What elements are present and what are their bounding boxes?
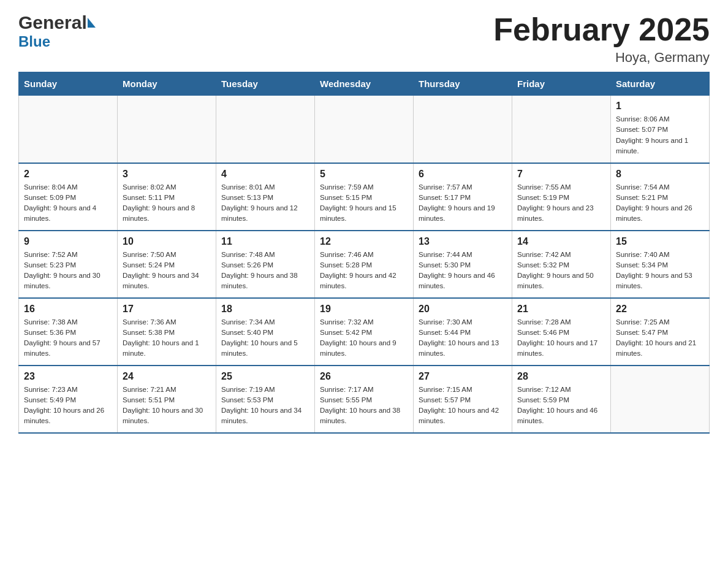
calendar-day-cell: 20Sunrise: 7:30 AMSunset: 5:44 PMDayligh… [414,298,512,366]
day-number: 6 [419,169,507,180]
day-number: 10 [123,236,211,247]
calendar-day-cell: 1Sunrise: 8:06 AMSunset: 5:07 PMDaylight… [611,96,710,163]
day-number: 24 [123,371,211,382]
calendar-day-cell: 15Sunrise: 7:40 AMSunset: 5:34 PMDayligh… [611,231,710,298]
day-info: Sunrise: 7:48 AMSunset: 5:26 PMDaylight:… [221,250,309,292]
calendar-day-cell: 11Sunrise: 7:48 AMSunset: 5:26 PMDayligh… [216,231,315,298]
calendar-week-row: 1Sunrise: 8:06 AMSunset: 5:07 PMDaylight… [19,96,710,163]
day-info: Sunrise: 8:06 AMSunset: 5:07 PMDaylight:… [616,114,704,156]
day-info: Sunrise: 8:01 AMSunset: 5:13 PMDaylight:… [221,182,309,224]
day-of-week-header: Wednesday [315,72,414,96]
calendar-day-cell [512,96,611,163]
calendar-day-cell: 5Sunrise: 7:59 AMSunset: 5:15 PMDaylight… [315,163,414,231]
calendar-day-cell: 9Sunrise: 7:52 AMSunset: 5:23 PMDaylight… [19,231,118,298]
day-number: 27 [419,371,507,382]
day-of-week-header: Thursday [414,72,512,96]
calendar-day-cell: 8Sunrise: 7:54 AMSunset: 5:21 PMDaylight… [611,163,710,231]
calendar-table: SundayMondayTuesdayWednesdayThursdayFrid… [18,72,710,434]
calendar-week-row: 9Sunrise: 7:52 AMSunset: 5:23 PMDaylight… [19,231,710,298]
calendar-week-row: 16Sunrise: 7:38 AMSunset: 5:36 PMDayligh… [19,298,710,366]
calendar-day-cell [19,96,118,163]
calendar-day-cell: 17Sunrise: 7:36 AMSunset: 5:38 PMDayligh… [118,298,216,366]
logo-sub: Blue [18,33,50,50]
day-number: 20 [419,304,507,315]
day-number: 16 [24,304,112,315]
day-info: Sunrise: 7:28 AMSunset: 5:46 PMDaylight:… [517,317,605,359]
day-number: 23 [24,371,112,382]
day-number: 25 [221,371,309,382]
day-info: Sunrise: 7:40 AMSunset: 5:34 PMDaylight:… [616,250,704,292]
day-info: Sunrise: 7:44 AMSunset: 5:30 PMDaylight:… [419,250,507,292]
logo: General Blue [18,12,96,50]
day-info: Sunrise: 8:04 AMSunset: 5:09 PMDaylight:… [24,182,112,224]
day-of-week-header: Sunday [19,72,118,96]
day-info: Sunrise: 7:38 AMSunset: 5:36 PMDaylight:… [24,317,112,359]
day-number: 15 [616,236,704,247]
title-section: February 2025 Hoya, Germany [493,12,710,66]
calendar-day-cell: 28Sunrise: 7:12 AMSunset: 5:59 PMDayligh… [512,366,611,433]
day-info: Sunrise: 7:50 AMSunset: 5:24 PMDaylight:… [123,250,211,292]
day-of-week-header: Monday [118,72,216,96]
calendar-day-cell: 6Sunrise: 7:57 AMSunset: 5:17 PMDaylight… [414,163,512,231]
day-number: 18 [221,304,309,315]
days-header-row: SundayMondayTuesdayWednesdayThursdayFrid… [19,72,710,96]
calendar-day-cell [611,366,710,433]
calendar-day-cell: 26Sunrise: 7:17 AMSunset: 5:55 PMDayligh… [315,366,414,433]
day-info: Sunrise: 7:55 AMSunset: 5:19 PMDaylight:… [517,182,605,224]
day-number: 17 [123,304,211,315]
calendar-day-cell [414,96,512,163]
day-number: 3 [123,169,211,180]
calendar-day-cell: 27Sunrise: 7:15 AMSunset: 5:57 PMDayligh… [414,366,512,433]
day-of-week-header: Tuesday [216,72,315,96]
day-info: Sunrise: 7:25 AMSunset: 5:47 PMDaylight:… [616,317,704,359]
day-number: 13 [419,236,507,247]
day-info: Sunrise: 7:52 AMSunset: 5:23 PMDaylight:… [24,250,112,292]
day-number: 8 [616,169,704,180]
day-info: Sunrise: 7:12 AMSunset: 5:59 PMDaylight:… [517,385,605,427]
day-info: Sunrise: 7:32 AMSunset: 5:42 PMDaylight:… [320,317,408,359]
calendar-day-cell: 19Sunrise: 7:32 AMSunset: 5:42 PMDayligh… [315,298,414,366]
day-info: Sunrise: 7:46 AMSunset: 5:28 PMDaylight:… [320,250,408,292]
day-info: Sunrise: 7:57 AMSunset: 5:17 PMDaylight:… [419,182,507,224]
calendar-day-cell: 10Sunrise: 7:50 AMSunset: 5:24 PMDayligh… [118,231,216,298]
day-number: 14 [517,236,605,247]
day-info: Sunrise: 7:54 AMSunset: 5:21 PMDaylight:… [616,182,704,224]
calendar-day-cell: 18Sunrise: 7:34 AMSunset: 5:40 PMDayligh… [216,298,315,366]
day-number: 26 [320,371,408,382]
calendar-day-cell: 22Sunrise: 7:25 AMSunset: 5:47 PMDayligh… [611,298,710,366]
day-number: 22 [616,304,704,315]
logo-name: General [18,12,96,33]
day-number: 21 [517,304,605,315]
logo-triangle-icon [88,18,96,28]
day-number: 12 [320,236,408,247]
calendar-day-cell: 2Sunrise: 8:04 AMSunset: 5:09 PMDaylight… [19,163,118,231]
day-info: Sunrise: 7:15 AMSunset: 5:57 PMDaylight:… [419,385,507,427]
location: Hoya, Germany [493,50,710,66]
calendar-week-row: 23Sunrise: 7:23 AMSunset: 5:49 PMDayligh… [19,366,710,433]
calendar-day-cell: 13Sunrise: 7:44 AMSunset: 5:30 PMDayligh… [414,231,512,298]
calendar-day-cell: 3Sunrise: 8:02 AMSunset: 5:11 PMDaylight… [118,163,216,231]
day-number: 1 [616,101,704,112]
day-number: 5 [320,169,408,180]
day-of-week-header: Friday [512,72,611,96]
day-info: Sunrise: 7:42 AMSunset: 5:32 PMDaylight:… [517,250,605,292]
calendar-day-cell [315,96,414,163]
calendar-day-cell: 16Sunrise: 7:38 AMSunset: 5:36 PMDayligh… [19,298,118,366]
month-title: February 2025 [493,12,710,47]
day-info: Sunrise: 7:36 AMSunset: 5:38 PMDaylight:… [123,317,211,359]
calendar-day-cell: 23Sunrise: 7:23 AMSunset: 5:49 PMDayligh… [19,366,118,433]
day-number: 28 [517,371,605,382]
day-info: Sunrise: 7:30 AMSunset: 5:44 PMDaylight:… [419,317,507,359]
calendar-day-cell [216,96,315,163]
day-number: 2 [24,169,112,180]
day-info: Sunrise: 7:59 AMSunset: 5:15 PMDaylight:… [320,182,408,224]
day-info: Sunrise: 7:19 AMSunset: 5:53 PMDaylight:… [221,385,309,427]
calendar-day-cell: 24Sunrise: 7:21 AMSunset: 5:51 PMDayligh… [118,366,216,433]
day-info: Sunrise: 7:23 AMSunset: 5:49 PMDaylight:… [24,385,112,427]
day-of-week-header: Saturday [611,72,710,96]
day-info: Sunrise: 7:34 AMSunset: 5:40 PMDaylight:… [221,317,309,359]
calendar-day-cell: 21Sunrise: 7:28 AMSunset: 5:46 PMDayligh… [512,298,611,366]
page-header: General Blue February 2025 Hoya, Germany [18,12,710,66]
calendar-day-cell: 12Sunrise: 7:46 AMSunset: 5:28 PMDayligh… [315,231,414,298]
day-info: Sunrise: 7:17 AMSunset: 5:55 PMDaylight:… [320,385,408,427]
